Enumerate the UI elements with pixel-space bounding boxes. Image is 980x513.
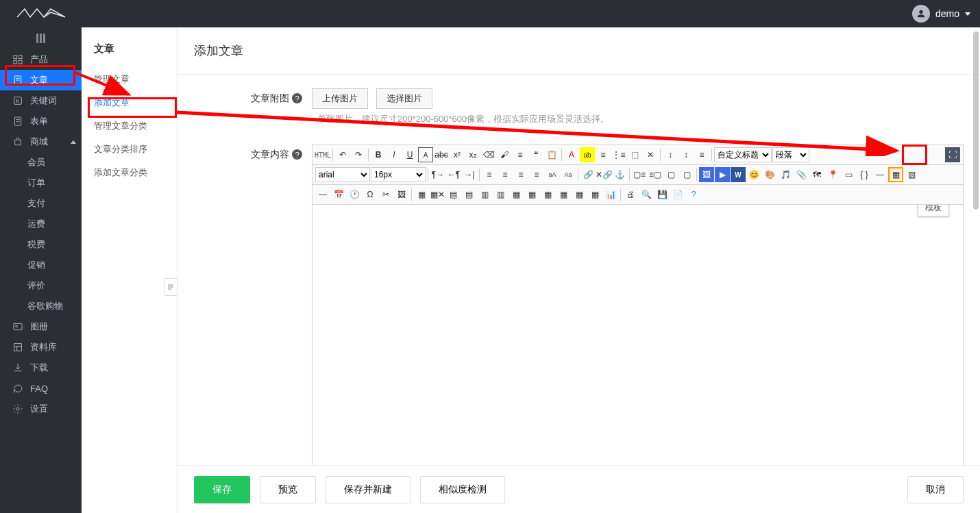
chevron-down-icon [965,12,970,16]
user-menu[interactable]: demo [912,5,970,23]
svg-point-0 [919,10,922,14]
avatar-icon [912,5,930,23]
logo [0,0,82,27]
topbar: demo [0,0,980,27]
username: demo [935,8,959,19]
